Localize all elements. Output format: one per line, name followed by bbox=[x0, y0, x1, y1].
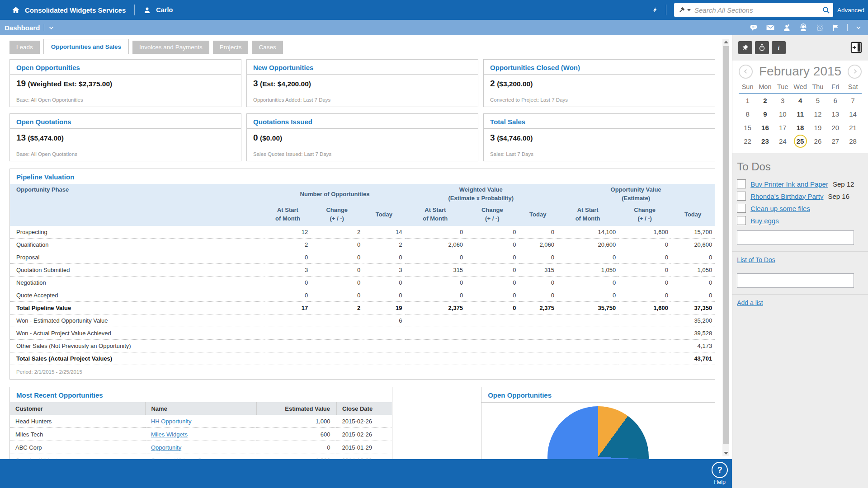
opportunity-link[interactable]: Opportunity bbox=[151, 444, 181, 451]
scroll-up-arrow-icon[interactable] bbox=[724, 41, 728, 43]
calendar-day[interactable]: 22 bbox=[742, 136, 753, 147]
new-todo-input[interactable] bbox=[737, 230, 854, 245]
calendar-day[interactable]: 4 bbox=[795, 95, 806, 106]
chat-icon[interactable] bbox=[749, 23, 758, 32]
pin-button[interactable] bbox=[738, 41, 752, 54]
calendar-day[interactable]: 27 bbox=[830, 136, 841, 147]
calendar-day[interactable]: 3 bbox=[777, 95, 788, 106]
stopwatch-button[interactable] bbox=[755, 41, 769, 54]
calendar-day[interactable]: 1 bbox=[742, 95, 753, 106]
calendar-day[interactable]: 5 bbox=[812, 95, 823, 106]
todo-link[interactable]: Buy eggs bbox=[750, 217, 779, 225]
card-title[interactable]: Opportunities Closed (Won) bbox=[484, 60, 715, 75]
day-name: Sat bbox=[844, 83, 862, 90]
todo-link[interactable]: Clean up some files bbox=[750, 205, 810, 212]
user-name[interactable]: Carlo bbox=[156, 6, 173, 14]
scrollbar-thumb[interactable] bbox=[723, 46, 729, 444]
card-footnote: Base: All Open Quotations bbox=[10, 151, 241, 161]
calendar-day[interactable]: 2 bbox=[760, 95, 771, 106]
lightning-icon[interactable] bbox=[652, 5, 658, 14]
calendar-day[interactable]: 15 bbox=[742, 122, 753, 133]
help-button[interactable]: ? Help bbox=[709, 462, 730, 485]
calendar-day[interactable]: 18 bbox=[795, 122, 806, 133]
todo-checkbox[interactable] bbox=[737, 204, 746, 213]
tab-projects[interactable]: Projects bbox=[213, 41, 249, 54]
calendar-day[interactable]: 8 bbox=[742, 108, 753, 120]
calendar-day[interactable]: 14 bbox=[847, 108, 859, 120]
panel-chevron-down-icon[interactable] bbox=[855, 24, 862, 31]
calendar-day[interactable]: 11 bbox=[795, 108, 806, 120]
section-chevron-down-icon[interactable] bbox=[48, 25, 54, 31]
calendar-day[interactable]: 26 bbox=[812, 136, 823, 147]
new-list-input[interactable] bbox=[737, 273, 854, 288]
search-scope-caret-icon[interactable] bbox=[687, 9, 691, 11]
app-title[interactable]: Consolidated Widgets Services bbox=[25, 6, 126, 14]
opportunity-link[interactable]: Miles Widgets bbox=[151, 431, 188, 438]
home-icon[interactable] bbox=[12, 6, 20, 14]
card-value: 19 (Weighted Est: $2,375.00) bbox=[10, 75, 241, 89]
vertical-scrollbar[interactable] bbox=[722, 39, 729, 456]
mail-icon[interactable] bbox=[766, 24, 775, 31]
recent-opportunities-table: Customer Name Estimated Value Close Date… bbox=[10, 402, 392, 459]
calendar-day[interactable]: 6 bbox=[830, 95, 841, 106]
calendar-day[interactable]: 17 bbox=[777, 122, 788, 133]
calendar-next-button[interactable] bbox=[848, 65, 862, 79]
scroll-down-arrow-icon[interactable] bbox=[724, 452, 728, 455]
flag-icon[interactable] bbox=[832, 23, 840, 32]
user-icon[interactable] bbox=[143, 6, 151, 14]
section-title-dashboard[interactable]: Dashboard bbox=[5, 24, 40, 32]
calendar-prev-button[interactable] bbox=[739, 65, 753, 79]
card-title[interactable]: Open Quotations bbox=[10, 114, 241, 129]
calendar-day[interactable]: 25 bbox=[794, 135, 807, 148]
todo-checkbox[interactable] bbox=[737, 179, 746, 188]
calendar-day[interactable]: 21 bbox=[847, 122, 859, 133]
card-title[interactable]: Open Opportunities bbox=[10, 60, 241, 75]
pipeline-value-cell bbox=[519, 340, 557, 352]
info-button[interactable]: i bbox=[772, 41, 786, 54]
calendar-day[interactable]: 19 bbox=[812, 122, 823, 133]
calendar-day[interactable]: 28 bbox=[847, 136, 859, 147]
advanced-search-link[interactable]: Advanced bbox=[837, 7, 864, 14]
todo-link[interactable]: Rhonda's Birthday Party bbox=[750, 192, 823, 200]
calendar-day[interactable]: 10 bbox=[777, 108, 788, 120]
pipeline-phase-cell: Negotiation bbox=[10, 277, 265, 289]
calendar-day[interactable]: 24 bbox=[777, 136, 788, 147]
help-icon[interactable]: ? bbox=[712, 462, 728, 478]
calendar-day[interactable]: 16 bbox=[760, 122, 771, 133]
icon-divider bbox=[847, 24, 848, 31]
search-icon[interactable] bbox=[822, 6, 830, 14]
section-bar: Dashboard bbox=[0, 20, 868, 35]
panel-title[interactable]: Most Recent Opportunities bbox=[10, 387, 392, 402]
calendar-day[interactable]: 7 bbox=[847, 95, 859, 106]
search-input[interactable] bbox=[693, 6, 822, 14]
calendar-day[interactable]: 20 bbox=[830, 122, 841, 133]
todo-checkbox[interactable] bbox=[737, 192, 746, 201]
list-of-todos-link[interactable]: List of To Dos bbox=[737, 256, 775, 263]
calendar-day[interactable]: 13 bbox=[830, 108, 841, 120]
search-scope-tool-icon[interactable] bbox=[678, 6, 685, 14]
alarm-icon[interactable] bbox=[816, 23, 824, 32]
tab-invoices-and-payments[interactable]: Invoices and Payments bbox=[132, 41, 209, 54]
opportunity-link[interactable]: Creative Widgets Opp bbox=[151, 457, 208, 460]
pipeline-phase-cell: Total Pipeline Value bbox=[10, 302, 265, 314]
tab-leads[interactable]: Leads bbox=[9, 41, 40, 54]
card-title[interactable]: Total Sales bbox=[484, 114, 715, 129]
calendar-day-cell: 11 bbox=[792, 108, 809, 120]
calendar-day[interactable]: 9 bbox=[760, 108, 771, 120]
calendar-day[interactable]: 12 bbox=[812, 108, 823, 120]
calendar-day[interactable]: 23 bbox=[760, 136, 771, 147]
todo-checkbox[interactable] bbox=[737, 216, 746, 225]
card-title[interactable]: Quotations Issued bbox=[247, 114, 478, 129]
card-title[interactable]: New Opportunities bbox=[247, 60, 478, 75]
tab-opportunities-and-sales[interactable]: Opportunities and Sales bbox=[43, 39, 129, 54]
opportunity-link[interactable]: HH Opportunity bbox=[151, 418, 192, 425]
contact-icon[interactable] bbox=[783, 23, 791, 32]
tab-cases[interactable]: Cases bbox=[252, 41, 283, 54]
collapse-panel-button[interactable] bbox=[849, 41, 863, 55]
add-a-list-link[interactable]: Add a list bbox=[737, 299, 763, 306]
panel-title[interactable]: Open Opportunities bbox=[481, 387, 715, 403]
panel-title[interactable]: Pipeline Valuation bbox=[10, 169, 715, 184]
support-headset-icon[interactable] bbox=[799, 23, 808, 32]
todo-link[interactable]: Buy Printer Ink and Paper bbox=[750, 180, 828, 188]
search-box[interactable] bbox=[674, 3, 833, 17]
